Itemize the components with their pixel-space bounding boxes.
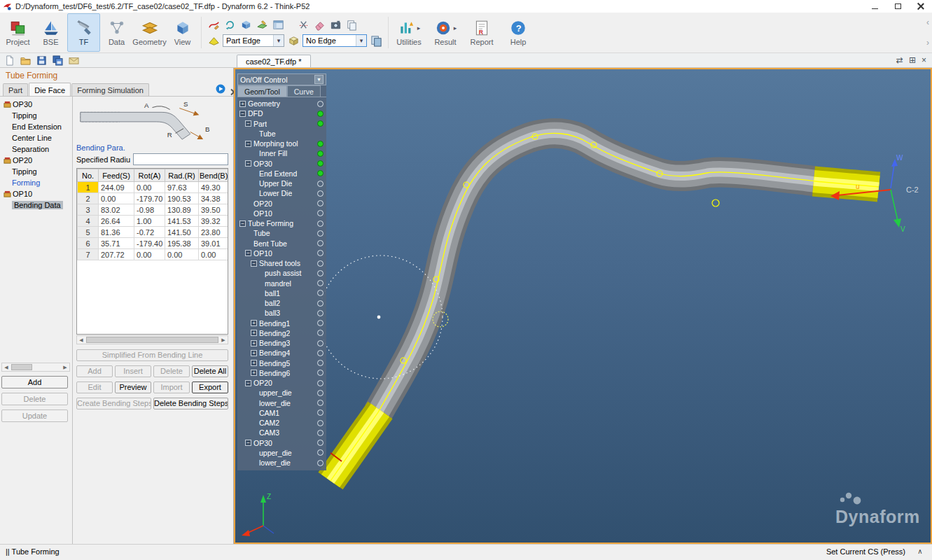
layers-icon[interactable] bbox=[369, 34, 383, 48]
update-icon[interactable] bbox=[223, 18, 237, 31]
toolbar-button-result[interactable]: ▸Result bbox=[427, 13, 464, 52]
scroll-right-icon[interactable]: ▶ bbox=[219, 337, 228, 343]
table-delete-button[interactable]: Delete bbox=[153, 365, 190, 377]
onoff-item-cam2[interactable]: CAM2 bbox=[237, 418, 326, 428]
onoff-item-op20[interactable]: OP20 bbox=[237, 199, 326, 209]
panel-play-icon[interactable] bbox=[216, 84, 225, 94]
table-hscrollbar[interactable]: ◀ ▶ bbox=[76, 335, 228, 344]
onoff-item-op10[interactable]: OP10 bbox=[237, 209, 326, 218]
table-cell[interactable]: 39.32 bbox=[199, 216, 228, 227]
delete-button[interactable]: Delete bbox=[1, 393, 68, 405]
table-cell[interactable]: 3 bbox=[78, 204, 99, 216]
visibility-toggle-icon[interactable] bbox=[317, 350, 324, 356]
onoff-item-cam1[interactable]: CAM1 bbox=[237, 408, 326, 418]
panel-icon[interactable] bbox=[271, 18, 285, 31]
collapse-icon[interactable]: − bbox=[245, 141, 251, 147]
specified-radius-input[interactable] bbox=[133, 153, 228, 165]
visibility-toggle-icon[interactable] bbox=[317, 141, 324, 147]
toolbar-button-project[interactable]: Project bbox=[1, 13, 34, 52]
onoff-item-end-extend[interactable]: End Extend bbox=[237, 169, 326, 178]
visibility-toggle-icon[interactable] bbox=[317, 370, 324, 376]
table-cell[interactable]: 6 bbox=[78, 238, 99, 249]
table-cell[interactable]: 0.00 bbox=[99, 193, 134, 204]
table-cell[interactable]: 0.00 bbox=[165, 249, 199, 260]
onoff-item-bent-tube[interactable]: Bent Tube bbox=[237, 239, 326, 248]
table-cell[interactable]: 190.53 bbox=[165, 193, 199, 204]
dropdown-arrow-icon[interactable]: ▾ bbox=[314, 75, 324, 84]
table-cell[interactable]: 4 bbox=[78, 216, 99, 227]
onoff-item-bending3[interactable]: +Bending3 bbox=[237, 338, 326, 348]
box-icon[interactable] bbox=[286, 34, 300, 48]
toolbar-button-bse[interactable]: BSE bbox=[34, 13, 67, 52]
onoff-item-bending1[interactable]: +Bending1 bbox=[237, 318, 326, 328]
visibility-toggle-icon[interactable] bbox=[317, 101, 324, 107]
onoff-item-lower-die[interactable]: Lower Die bbox=[237, 188, 326, 198]
swap-windows-icon[interactable]: ⇄ bbox=[896, 55, 903, 65]
table-cell[interactable]: 0.00 bbox=[134, 249, 165, 260]
visibility-toggle-icon[interactable] bbox=[317, 220, 324, 227]
table-cell[interactable]: 35.71 bbox=[99, 238, 134, 249]
table-cell[interactable]: -0.98 bbox=[134, 204, 165, 216]
onoff-item-bending4[interactable]: +Bending4 bbox=[237, 348, 326, 358]
delete-bending-steps-button[interactable]: Delete Bending Steps bbox=[153, 398, 228, 410]
onoff-item-ball1[interactable]: ball1 bbox=[237, 288, 326, 298]
table-export-button[interactable]: Export bbox=[192, 382, 228, 393]
table-header-cell[interactable]: Rad.(R) bbox=[165, 169, 199, 182]
collapse-icon[interactable]: − bbox=[245, 380, 251, 386]
scroll-right-icon[interactable]: ▶ bbox=[61, 365, 69, 370]
table-cell[interactable]: 49.30 bbox=[199, 182, 228, 193]
table-cell[interactable]: 5 bbox=[78, 227, 99, 238]
visibility-toggle-icon[interactable] bbox=[317, 270, 324, 276]
onoff-item-ball2[interactable]: ball2 bbox=[237, 298, 326, 308]
table-cell[interactable]: 141.53 bbox=[165, 216, 199, 227]
table-cell[interactable]: 1 bbox=[78, 182, 99, 193]
visibility-toggle-icon[interactable] bbox=[317, 390, 324, 396]
table-row[interactable]: 635.71-179.40195.3839.01 bbox=[78, 238, 228, 249]
visibility-toggle-icon[interactable] bbox=[317, 190, 324, 197]
table-cell[interactable]: 26.64 bbox=[99, 216, 134, 227]
table-header-cell[interactable]: No. bbox=[78, 169, 99, 182]
table-cell[interactable]: 39.50 bbox=[199, 204, 228, 216]
solid-icon[interactable] bbox=[239, 18, 253, 31]
visibility-toggle-icon[interactable] bbox=[317, 170, 324, 176]
minimize-button[interactable] bbox=[865, 1, 884, 12]
close-document-icon[interactable]: × bbox=[921, 55, 926, 65]
onoff-item-op30[interactable]: −OP30 bbox=[237, 438, 326, 448]
table-cell[interactable]: 39.01 bbox=[199, 238, 228, 249]
visibility-toggle-icon[interactable] bbox=[317, 380, 324, 386]
expand-icon[interactable]: + bbox=[239, 101, 246, 107]
onoff-dropdown[interactable]: On/Off Control ▾ bbox=[237, 74, 326, 85]
scroll-left-icon[interactable]: ◀ bbox=[77, 337, 85, 343]
onoff-item-lower-die[interactable]: lower_die bbox=[237, 458, 326, 468]
sketch-icon[interactable] bbox=[207, 18, 221, 31]
visibility-toggle-icon[interactable] bbox=[317, 111, 324, 117]
collapse-statusbar-icon[interactable]: ∧ bbox=[914, 547, 926, 555]
onoff-item-op20[interactable]: −OP20 bbox=[237, 378, 326, 388]
table-cell[interactable]: 7 bbox=[78, 249, 99, 260]
visibility-toggle-icon[interactable] bbox=[317, 300, 324, 307]
visibility-toggle-icon[interactable] bbox=[317, 250, 324, 256]
table-cell[interactable]: 2 bbox=[78, 193, 99, 204]
onoff-item-op10[interactable]: −OP10 bbox=[237, 248, 326, 258]
collapse-icon[interactable]: − bbox=[245, 440, 251, 446]
tab-curve[interactable]: Curve bbox=[287, 85, 321, 97]
toolbar-scroll-up-icon[interactable]: ‹ bbox=[926, 18, 929, 27]
visibility-toggle-icon[interactable] bbox=[317, 120, 324, 127]
snapshot-icon[interactable] bbox=[328, 18, 342, 31]
table-header-cell[interactable]: Rot(A) bbox=[134, 169, 165, 182]
eraser-icon[interactable] bbox=[312, 18, 326, 31]
table-cell[interactable]: 0.00 bbox=[134, 182, 165, 193]
tab-forming-simulation[interactable]: Forming Simulation bbox=[71, 83, 149, 96]
visibility-toggle-icon[interactable] bbox=[317, 400, 324, 406]
toolbar-button-tf[interactable]: TF bbox=[67, 13, 100, 52]
tree-item-center-line[interactable]: Center Line bbox=[1, 132, 71, 144]
table-cell[interactable]: -179.40 bbox=[134, 238, 165, 249]
onoff-item-cam3[interactable]: CAM3 bbox=[237, 428, 326, 438]
onoff-item-tube[interactable]: Tube bbox=[237, 228, 326, 238]
table-row[interactable]: 20.00-179.70190.5334.38 bbox=[78, 193, 228, 204]
table-import-button[interactable]: Import bbox=[153, 382, 190, 393]
collapse-icon[interactable]: − bbox=[245, 250, 251, 256]
part-edge-icon[interactable] bbox=[207, 34, 221, 48]
open-icon[interactable] bbox=[19, 54, 32, 66]
table-delete-all-button[interactable]: Delete All bbox=[192, 365, 228, 377]
